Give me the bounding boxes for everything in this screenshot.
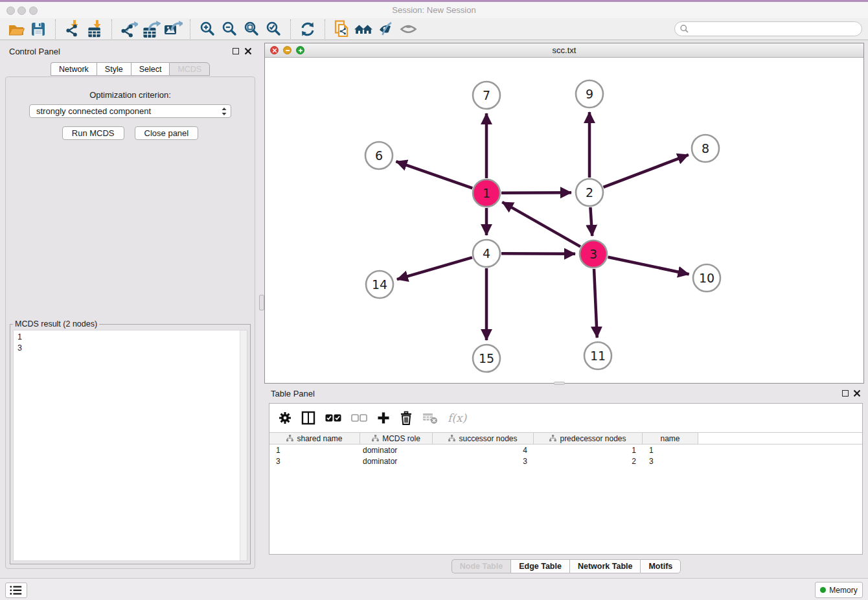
graph-edge-3-11[interactable] — [594, 269, 597, 338]
float-panel-icon[interactable] — [842, 390, 849, 397]
list-icon — [9, 584, 23, 597]
show-all-networks-button[interactable] — [353, 19, 375, 39]
result-line: 1 — [14, 330, 247, 343]
close-panel-icon[interactable] — [244, 47, 252, 55]
tab-style[interactable]: Style — [97, 62, 131, 76]
tab-select[interactable]: Select — [131, 62, 170, 76]
memory-label: Memory — [829, 586, 857, 595]
task-history-button[interactable] — [5, 583, 27, 598]
hide-graphics-details-button[interactable] — [375, 19, 397, 39]
table-cell[interactable]: 1 — [534, 446, 643, 455]
graph-edge-1-2[interactable] — [501, 192, 571, 193]
save-session-button[interactable] — [27, 19, 49, 39]
tab-mcds[interactable]: MCDS — [169, 62, 210, 76]
table-cell[interactable]: dominator — [360, 446, 433, 455]
tab-edge-table[interactable]: Edge Table — [510, 559, 569, 573]
column-header-name[interactable]: name — [643, 433, 698, 444]
float-panel-icon[interactable] — [233, 48, 239, 54]
table-browser-tabs: Node Table Edge Table Network Table Moti… — [264, 559, 868, 573]
add-row-button[interactable] — [377, 411, 390, 424]
toolbar-separator — [290, 19, 291, 39]
import-network-button[interactable] — [62, 19, 84, 39]
table-cell[interactable]: 1 — [269, 446, 360, 455]
table-cell[interactable]: 3 — [433, 457, 534, 466]
table-cell[interactable]: dominator — [360, 457, 433, 466]
copy-network-button[interactable] — [331, 19, 353, 39]
import-network-icon — [63, 19, 82, 39]
table-cell[interactable]: 4 — [433, 446, 534, 455]
graph-node-label: 8 — [702, 141, 709, 156]
table-cell[interactable]: 3 — [643, 457, 698, 466]
export-image-icon — [163, 19, 183, 39]
export-table-icon — [141, 19, 161, 39]
table-row[interactable]: 1dominator411 — [269, 444, 862, 456]
run-mcds-button[interactable]: Run MCDS — [62, 126, 124, 140]
delete-table-button[interactable] — [422, 411, 438, 425]
table-cell[interactable]: 2 — [534, 457, 643, 466]
memory-button[interactable]: Memory — [815, 582, 863, 598]
function-builder-button[interactable]: f(x) — [448, 411, 466, 424]
mcds-result-fieldset: MCDS result (2 nodes) 1 3 — [10, 319, 251, 564]
delete-row-button[interactable] — [400, 411, 413, 425]
splitter-handle[interactable] — [259, 295, 264, 310]
graph-edge-3-1[interactable] — [502, 202, 580, 247]
table-row[interactable]: 3dominator323 — [269, 456, 862, 467]
network-canvas[interactable]: 1234678910111415 — [265, 58, 863, 383]
column-header-mcds-role[interactable]: MCDS role — [360, 433, 433, 444]
graph-node-label: 9 — [586, 87, 593, 101]
tab-node-table[interactable]: Node Table — [451, 559, 510, 573]
column-header-shared-name[interactable]: shared name — [269, 433, 360, 444]
open-session-icon — [8, 21, 25, 38]
close-panel-icon[interactable] — [853, 389, 861, 397]
graph-edge-3-10[interactable] — [608, 257, 689, 274]
zoom-in-button[interactable] — [196, 19, 218, 39]
app-titlebar: Session: New Session — [0, 2, 868, 18]
result-scrollbar[interactable] — [240, 330, 247, 560]
splitter-handle[interactable] — [554, 382, 565, 385]
deselect-all-button[interactable] — [351, 414, 367, 422]
column-layout-button[interactable] — [301, 411, 315, 425]
tree-icon — [372, 435, 379, 442]
tab-network[interactable]: Network — [51, 62, 97, 76]
zoom-selected-button[interactable] — [262, 19, 284, 39]
column-header-predecessor-nodes[interactable]: predecessor nodes — [534, 433, 643, 444]
result-line: 3 — [14, 343, 247, 354]
export-image-button[interactable] — [162, 19, 184, 39]
export-table-button[interactable] — [140, 19, 162, 39]
tree-icon — [448, 435, 455, 442]
zoom-out-button[interactable] — [218, 19, 240, 39]
table-cell[interactable]: 1 — [643, 446, 698, 455]
visibility-icon — [400, 21, 417, 38]
network-graph[interactable]: 1234678910111415 — [265, 58, 863, 384]
graph-edge-2-3[interactable] — [590, 207, 592, 236]
close-panel-button[interactable]: Close panel — [135, 126, 199, 140]
import-table-button[interactable] — [84, 19, 106, 39]
open-session-button[interactable] — [5, 19, 27, 39]
search-input[interactable] — [674, 21, 862, 36]
column-header-successor-nodes[interactable]: successor nodes — [433, 433, 534, 444]
window-title: Session: New Session — [0, 5, 868, 15]
tab-network-table[interactable]: Network Table — [569, 559, 641, 573]
zoom-fit-button[interactable] — [240, 19, 262, 39]
tab-motifs[interactable]: Motifs — [640, 559, 681, 573]
dropdown-value: strongly connected component — [36, 106, 151, 116]
select-all-button[interactable] — [325, 414, 341, 422]
mcds-result-textarea[interactable]: 1 3 — [13, 330, 247, 561]
settings-gear-button[interactable] — [279, 411, 291, 424]
graph-edge-1-6[interactable] — [396, 161, 472, 188]
graph-edge-2-8[interactable] — [604, 155, 689, 187]
mcds-result-title: MCDS result (2 nodes) — [13, 319, 99, 329]
graph-edge-4-14[interactable] — [397, 257, 472, 279]
graph-node-label: 15 — [479, 351, 494, 365]
network-window-title: scc.txt — [265, 45, 863, 55]
visibility-button[interactable] — [397, 19, 419, 39]
network-window-titlebar[interactable]: scc.txt — [265, 43, 863, 58]
graph-node-label: 7 — [483, 88, 490, 102]
optimization-criterion-select[interactable]: strongly connected component — [29, 104, 231, 118]
graph-edge-4-3[interactable] — [501, 253, 575, 254]
export-network-button[interactable] — [118, 19, 140, 39]
table-cell[interactable]: 3 — [269, 457, 360, 466]
node-table-body: 1dominator4113dominator323 — [269, 444, 862, 467]
export-network-icon — [120, 19, 138, 39]
refresh-layout-button[interactable] — [297, 19, 319, 39]
